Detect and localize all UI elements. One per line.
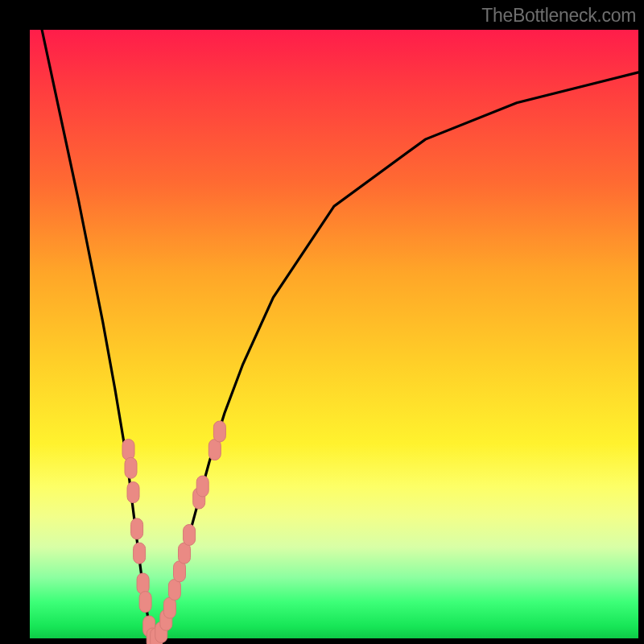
marker-point: [196, 476, 208, 497]
curve-markers: [122, 421, 225, 644]
marker-point: [213, 421, 225, 442]
marker-point: [179, 543, 191, 564]
marker-point: [163, 597, 175, 618]
marker-point: [125, 457, 137, 478]
marker-point: [168, 580, 180, 601]
plot-area: [30, 30, 638, 638]
marker-point: [131, 518, 143, 539]
marker-point: [134, 543, 146, 564]
marker-point: [139, 592, 151, 613]
curve-layer: [30, 30, 638, 638]
watermark-text: TheBottleneck.com: [481, 5, 636, 27]
marker-point: [208, 440, 221, 460]
marker-point: [184, 525, 196, 546]
marker-point: [137, 573, 149, 594]
chart-frame: TheBottleneck.com: [0, 0, 644, 644]
marker-point: [174, 561, 186, 582]
marker-point: [127, 482, 139, 503]
marker-point: [122, 440, 134, 460]
bottleneck-curve: [42, 30, 638, 638]
